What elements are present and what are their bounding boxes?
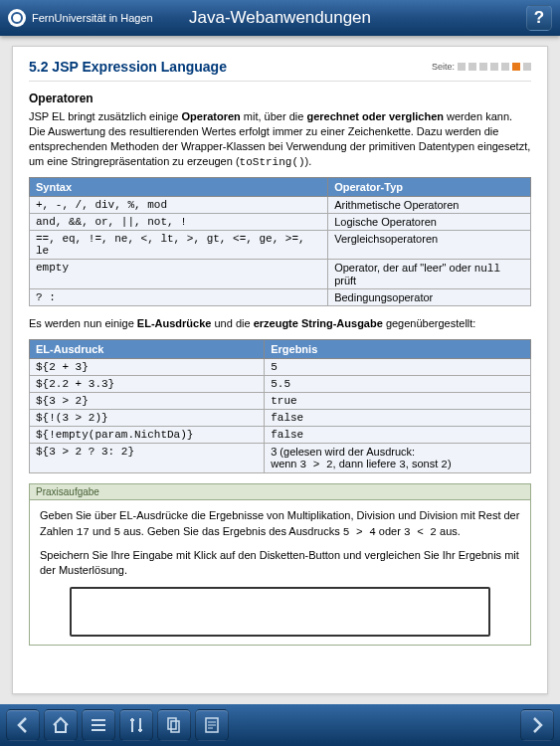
th-expr: EL-Ausdruck (30, 340, 265, 359)
home-icon (51, 715, 71, 735)
svg-rect-1 (171, 721, 179, 732)
page-card: 5.2 JSP Expression Language Seite: Opera… (12, 46, 548, 694)
page-head: 5.2 JSP Expression Language Seite: (29, 59, 531, 82)
logo-icon (8, 9, 26, 27)
page-dot[interactable] (490, 63, 498, 71)
praxis-box: Praxisaufgabe Geben Sie über EL-Ausdrück… (29, 483, 531, 646)
next-button[interactable] (520, 709, 554, 741)
chevron-left-icon (13, 715, 33, 735)
praxis-p2: Speichern Sie Ihre Eingabe mit Klick auf… (40, 548, 520, 579)
praxis-title: Praxisaufgabe (30, 484, 530, 500)
th-syntax: Syntax (30, 178, 328, 197)
logo-area: FernUniversität in Hagen (8, 9, 153, 27)
operators-table: Syntax Operator-Typ +, -, /, div, %, mod… (29, 177, 531, 306)
help-button[interactable]: ? (526, 5, 552, 31)
th-res: Ergebnis (265, 340, 531, 359)
page-dot[interactable] (479, 63, 487, 71)
mid-paragraph: Es werden nun einige EL-Ausdrücke und di… (29, 316, 531, 331)
th-typ: Operator-Typ (328, 178, 531, 197)
svg-rect-0 (168, 718, 176, 729)
table-row: ${3 > 2 ? 3: 2}3 (gelesen wird der Ausdr… (30, 444, 531, 473)
list-icon (89, 715, 108, 735)
prev-button[interactable] (6, 709, 40, 741)
chevron-right-icon (527, 715, 547, 735)
table-row: ${!(3 > 2)}false (30, 410, 531, 427)
table-row: ? :Bedingungsoperator (30, 289, 531, 306)
page-dot[interactable] (458, 63, 466, 71)
notes-button[interactable] (195, 709, 229, 741)
footer-toolbar (0, 704, 560, 746)
intro-paragraph: JSP EL bringt zusätzlich einige Operator… (29, 109, 531, 169)
table-row: emptyOperator, der auf "leer" oder null … (30, 260, 531, 289)
table-row: ${3 > 2}true (30, 393, 531, 410)
home-button[interactable] (44, 709, 78, 741)
seite-label: Seite: (432, 62, 455, 72)
table-header-row: EL-Ausdruck Ergebnis (30, 340, 531, 359)
praxis-p1: Geben Sie über EL-Ausdrücke die Ergebnis… (40, 508, 520, 540)
code-editor[interactable] (70, 587, 490, 637)
section-heading: Operatoren (29, 92, 531, 105)
page-indicator: Seite: (432, 62, 531, 72)
page-dot-active[interactable] (512, 63, 520, 71)
tools-icon (126, 715, 146, 735)
app-header: FernUniversität in Hagen Java-Webanwendu… (0, 0, 560, 36)
contents-button[interactable] (82, 709, 115, 741)
praxis-body: Geben Sie über EL-Ausdrücke die Ergebnis… (30, 500, 530, 645)
pages-icon (164, 715, 184, 735)
logo-text: FernUniversität in Hagen (32, 12, 153, 24)
header-title: Java-Webanwendungen (189, 8, 371, 28)
table-row: ${2 + 3}5 (30, 359, 531, 376)
table-row: ${2.2 + 3.3}5.5 (30, 376, 531, 393)
table-header-row: Syntax Operator-Typ (30, 178, 531, 197)
page-dot[interactable] (523, 63, 531, 71)
tools-button[interactable] (119, 709, 153, 741)
page-dot[interactable] (501, 63, 509, 71)
pages-button[interactable] (157, 709, 191, 741)
table-row: ${!empty(param.NichtDa)}false (30, 427, 531, 444)
note-icon (202, 715, 222, 735)
expressions-table: EL-Ausdruck Ergebnis ${2 + 3}5 ${2.2 + 3… (29, 339, 531, 473)
content-scroll[interactable]: 5.2 JSP Expression Language Seite: Opera… (0, 36, 560, 704)
table-row: and, &&, or, ||, not, !Logische Operator… (30, 214, 531, 231)
page-title: 5.2 JSP Expression Language (29, 59, 227, 75)
page-dot[interactable] (468, 63, 476, 71)
table-row: +, -, /, div, %, modArithmetische Operat… (30, 197, 531, 214)
table-row: ==, eq, !=, ne, <, lt, >, gt, <=, ge, >=… (30, 231, 531, 260)
